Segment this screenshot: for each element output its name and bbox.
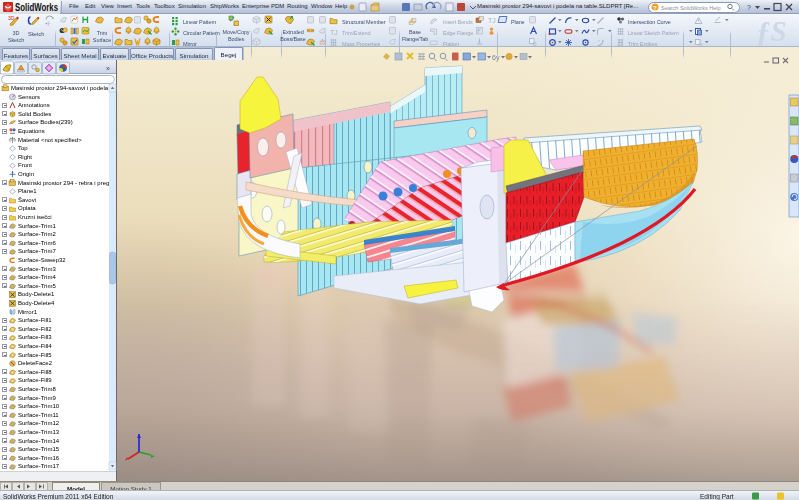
- svg-text:+|-: +|-: [45, 21, 51, 26]
- svg-text:3D: 3D: [8, 15, 15, 21]
- svg-text:TJ: TJ: [330, 29, 338, 36]
- svg-text:ƒS: ƒS: [756, 15, 787, 47]
- svg-text:?: ?: [747, 4, 751, 11]
- svg-text:TJ: TJ: [488, 17, 496, 24]
- svg-text:?: ?: [653, 5, 657, 11]
- svg-text:6y: 6y: [492, 54, 500, 62]
